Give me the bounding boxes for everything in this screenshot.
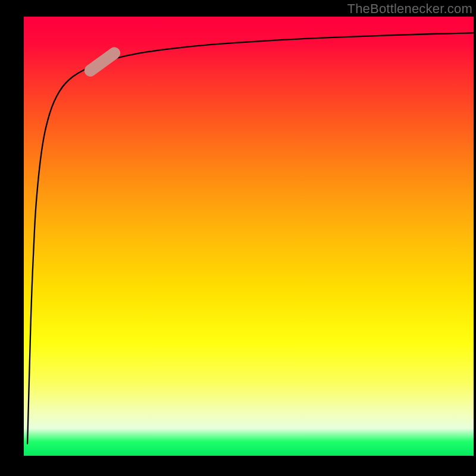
chart-plot-area xyxy=(24,17,474,457)
x-axis xyxy=(21,456,474,458)
watermark-text: TheBottlenecker.com xyxy=(347,1,472,17)
y-axis xyxy=(21,17,24,457)
